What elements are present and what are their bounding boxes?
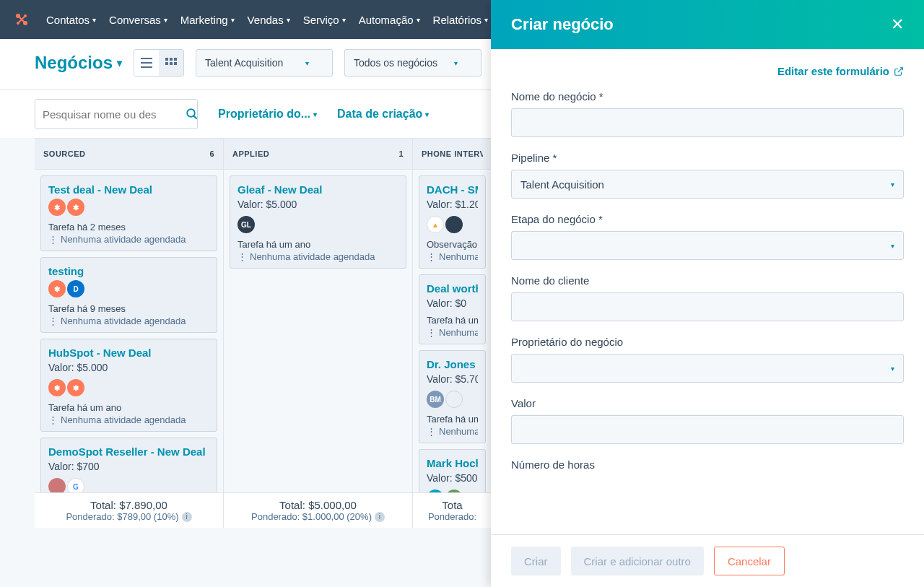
nav-item-marketing[interactable]: Marketing▾: [180, 14, 235, 26]
info-icon[interactable]: i: [375, 512, 385, 522]
card-value: Valor: $500: [427, 472, 478, 484]
stage-select[interactable]: ▾: [511, 231, 904, 260]
card-title[interactable]: Dr. Jones: [427, 358, 478, 370]
svg-rect-8: [170, 58, 173, 61]
field-label: Número de horas: [511, 458, 904, 471]
list-icon: [141, 58, 152, 68]
field-amount: Valor: [511, 397, 904, 444]
warn-line: Nenhuma ativ: [427, 426, 478, 437]
avatar-icon: [48, 478, 66, 492]
svg-rect-4: [141, 58, 152, 59]
create-deal-panel: Criar negócio ✕ Editar este formulário N…: [491, 0, 924, 587]
nav-item-automacao[interactable]: Automação▾: [359, 14, 420, 26]
avatar-icon: G: [67, 478, 84, 492]
list-view-button[interactable]: [134, 50, 159, 76]
field-owner: Proprietário do negócio ▾: [511, 336, 904, 383]
column-body: Gleaf - New Deal Valor: $5.000 GL Tarefa…: [224, 170, 412, 492]
deal-card[interactable]: Mark Hochmo Valor: $500 LM Tarefa há um …: [419, 449, 486, 492]
panel-footer: Criar Criar e adicionar outro Cancelar: [491, 534, 924, 587]
deal-card[interactable]: DemoSpot Reseller - New Deal Valor: $700…: [40, 438, 217, 492]
card-title[interactable]: HubSpot - New Deal: [48, 347, 209, 359]
card-value: Valor: $5.700: [427, 373, 478, 385]
card-title[interactable]: Mark Hochmo: [427, 457, 478, 469]
page-title[interactable]: Negócios▾: [35, 53, 122, 73]
nav-items: Contatos▾ Conversas▾ Marketing▾ Vendas▾ …: [46, 14, 488, 26]
grid-icon: [165, 58, 177, 68]
svg-rect-10: [165, 62, 168, 65]
avatar-icon: BM: [427, 391, 444, 408]
task-line: Tarefa há um an: [427, 315, 478, 326]
nav-item-contatos[interactable]: Contatos▾: [46, 14, 96, 26]
column-header: PHONE INTERVIEW: [413, 138, 492, 170]
create-another-button[interactable]: Criar e adicionar outro: [571, 547, 704, 575]
card-title[interactable]: Deal worth 0: [427, 282, 478, 295]
column-header: APPLIED1: [224, 138, 412, 170]
column-body: DACH - SMB N Valor: $1.200 ▲ Observação …: [413, 170, 492, 492]
deal-card[interactable]: Test deal - New Deal ✱✱ Tarefa há 2 mese…: [40, 175, 217, 251]
created-filter[interactable]: Data de criação▾: [337, 108, 429, 121]
field-label: Nome do cliente: [511, 274, 904, 287]
nav-item-vendas[interactable]: Vendas▾: [248, 14, 290, 26]
nav-item-conversas[interactable]: Conversas▾: [109, 14, 167, 26]
column-weighted: Ponderado: $1.000,00 (20%)i: [231, 511, 405, 522]
card-title[interactable]: Gleaf - New Deal: [237, 183, 398, 196]
owner-filter[interactable]: Proprietário do...▾: [218, 108, 317, 121]
card-value: Valor: $1.200: [427, 199, 478, 210]
deal-card[interactable]: testing ✱D Tarefa há 9 meses Nenhuma ati…: [40, 257, 217, 333]
deal-name-input[interactable]: [511, 108, 904, 137]
field-label: Valor: [511, 397, 904, 409]
close-icon[interactable]: ✕: [891, 15, 904, 34]
card-value: Valor: $700: [48, 461, 209, 472]
info-icon[interactable]: i: [182, 512, 192, 522]
panel-header: Criar negócio ✕: [491, 0, 924, 49]
task-line: Tarefa há um ano: [237, 239, 398, 250]
field-label: Etapa do negócio *: [511, 213, 904, 225]
card-title[interactable]: DACH - SMB N: [427, 183, 478, 196]
field-pipeline: Pipeline * Talent Acquisition▾: [511, 152, 904, 199]
card-title[interactable]: Test deal - New Deal: [48, 183, 209, 196]
hubspot-logo-icon[interactable]: [12, 9, 32, 30]
pipeline-select[interactable]: Talent Acquisition▾: [511, 170, 904, 199]
column-body: Test deal - New Deal ✱✱ Tarefa há 2 mese…: [35, 170, 223, 492]
avatar-icon: ✱: [48, 199, 66, 216]
nav-item-servico[interactable]: Serviço▾: [303, 14, 346, 26]
field-label: Nome do negócio *: [511, 90, 904, 103]
avatar-icon: ✱: [48, 379, 66, 396]
column-footer: Total: $7.890,00 Ponderado: $789,00 (10%…: [35, 492, 223, 528]
board-view-button[interactable]: [159, 50, 183, 76]
task-line: Tarefa há 9 meses: [48, 303, 209, 314]
board-column-sourced: SOURCED6 Test deal - New Deal ✱✱ Tarefa …: [35, 138, 224, 528]
owner-select[interactable]: ▾: [511, 354, 904, 383]
nav-item-relatorios[interactable]: Relatórios▾: [433, 14, 489, 26]
board-column-phone: PHONE INTERVIEW DACH - SMB N Valor: $1.2…: [413, 138, 492, 528]
svg-point-13: [187, 109, 195, 117]
client-name-input[interactable]: [511, 292, 904, 321]
deal-card[interactable]: Dr. Jones Valor: $5.700 BM Tarefa há um …: [419, 350, 486, 443]
svg-line-14: [193, 116, 197, 119]
search-icon[interactable]: [186, 108, 199, 121]
avatar-icon: [445, 391, 463, 408]
field-name: Nome do negócio *: [511, 90, 904, 137]
pipeline-select[interactable]: Talent Acquisition▾: [196, 49, 333, 77]
deal-card[interactable]: Deal worth 0 Valor: $0 Tarefa há um an N…: [419, 274, 486, 344]
svg-rect-12: [174, 62, 177, 65]
cancel-button[interactable]: Cancelar: [714, 547, 785, 575]
search-input[interactable]: [43, 108, 180, 121]
create-button[interactable]: Criar: [511, 547, 561, 575]
column-total: Total: $5.000,00: [231, 499, 405, 511]
amount-input[interactable]: [511, 415, 904, 444]
deal-card[interactable]: Gleaf - New Deal Valor: $5.000 GL Tarefa…: [230, 175, 406, 269]
deal-card[interactable]: HubSpot - New Deal Valor: $5.000 ✱✱ Tare…: [40, 339, 217, 432]
card-title[interactable]: testing: [48, 265, 209, 277]
edit-form-link[interactable]: Editar este formulário: [511, 65, 904, 77]
deal-card[interactable]: DACH - SMB N Valor: $1.200 ▲ Observação …: [419, 175, 486, 269]
warn-line: Nenhuma atividade agendada: [48, 234, 209, 245]
warn-line: Nenhuma ativ: [427, 251, 478, 262]
warn-line: Nenhuma atividade agendada: [237, 251, 398, 262]
card-title[interactable]: DemoSpot Reseller - New Deal: [48, 445, 209, 458]
warn-line: Nenhuma ativ: [427, 327, 478, 338]
avatar-icon: GL: [237, 216, 255, 233]
panel-body: Editar este formulário Nome do negócio *…: [491, 49, 924, 534]
field-label: Proprietário do negócio: [511, 336, 904, 348]
view-filter-select[interactable]: Todos os negócios▾: [344, 49, 481, 77]
